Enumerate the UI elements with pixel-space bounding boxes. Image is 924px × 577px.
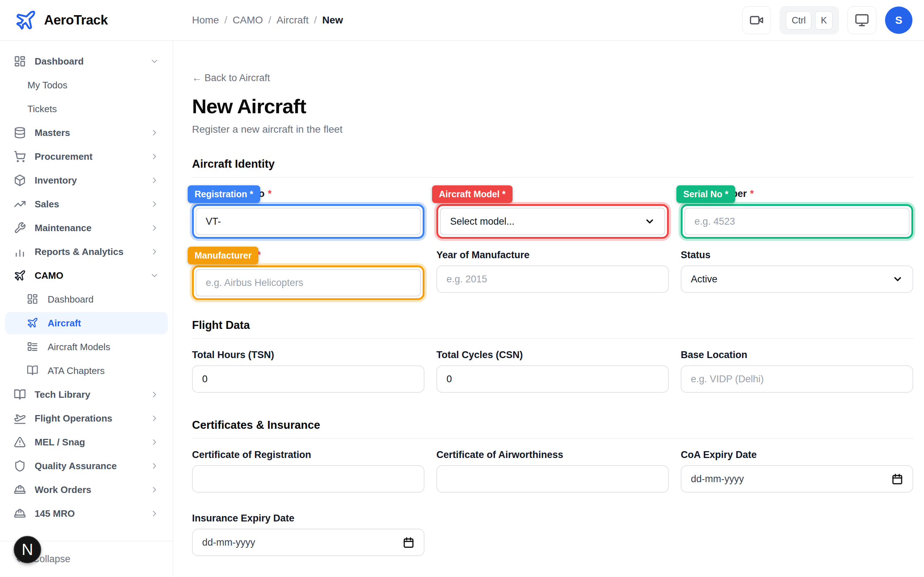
sidebar-item-camo-dashboard[interactable]: Dashboard	[5, 288, 168, 311]
plane-logo-icon	[15, 9, 37, 31]
chevron-right-icon	[150, 152, 159, 161]
wrench-icon	[14, 222, 26, 234]
calendar-icon[interactable]	[403, 537, 414, 548]
sidebar-item-camo[interactable]: CAMO	[5, 264, 168, 287]
status-select[interactable]: Active	[681, 266, 913, 293]
sidebar-item-procurement[interactable]: Procurement	[5, 145, 168, 168]
sidebar-item-my-todos[interactable]: My Todos	[5, 74, 168, 96]
certificate-of-registration-input[interactable]	[192, 465, 425, 493]
sidebar-item-masters[interactable]: Masters	[5, 121, 168, 144]
chevron-right-icon	[150, 485, 159, 495]
breadcrumb-home[interactable]: Home	[192, 15, 219, 26]
chevron-right-icon	[150, 414, 159, 423]
chevron-down-icon	[150, 56, 159, 66]
status-label: Status	[681, 250, 913, 261]
chevron-right-icon	[150, 176, 159, 185]
insurance-expiry-date-input[interactable]: dd-mm-yyyy	[192, 529, 425, 556]
hard-hat-icon	[14, 508, 26, 520]
sidebar-item-maintenance[interactable]: Maintenance	[5, 217, 168, 239]
annotation-ring-manufacturer	[192, 266, 425, 300]
plane-takeoff-icon	[14, 412, 26, 424]
sidebar-item-camo-aircraft-models[interactable]: Aircraft Models	[5, 336, 168, 358]
chevron-right-icon	[150, 461, 159, 471]
section-heading-certificates-insurance: Certificates & Insurance	[192, 419, 913, 432]
total-hours-tsn-input[interactable]	[192, 365, 425, 393]
sidebar-item-tech-library[interactable]: Tech Library	[5, 384, 168, 406]
user-avatar[interactable]: S	[885, 6, 913, 34]
alert-triangle-icon	[14, 436, 26, 448]
breadcrumb-camo[interactable]: CAMO	[233, 15, 263, 26]
chevron-right-icon	[150, 247, 159, 256]
certificate-of-airworthiness-input[interactable]	[436, 465, 669, 493]
bar-chart-icon	[14, 246, 26, 258]
brand[interactable]: AeroTrack	[0, 9, 173, 31]
sidebar-item-quality-assurance[interactable]: Quality Assurance	[5, 455, 168, 477]
certificate-of-airworthiness-label: Certificate of Airworthiness	[436, 449, 669, 461]
sidebar-item-dashboard[interactable]: Dashboard	[5, 50, 168, 73]
manufacturer-input[interactable]	[195, 269, 421, 297]
annotation-badge-aircraft-model: Aircraft Model *	[432, 185, 512, 203]
book-open-icon	[14, 388, 26, 401]
calendar-icon[interactable]	[892, 473, 903, 485]
section-divider	[192, 338, 913, 338]
sidebar-item-145-mro[interactable]: 145 MRO	[5, 502, 168, 525]
year-of-manufacture-input[interactable]	[436, 266, 669, 293]
book-open-icon	[27, 364, 39, 377]
database-icon	[14, 127, 26, 139]
total-cycles-csn-input[interactable]	[436, 365, 669, 393]
certificate-of-registration-label: Certificate of Registration	[192, 449, 425, 461]
hard-hat-icon	[14, 484, 26, 496]
page-title: New Aircraft	[192, 95, 913, 118]
coa-expiry-date-input[interactable]: dd-mm-yyyy	[681, 465, 913, 493]
annotation-badge-serial-no: Serial No *	[677, 185, 735, 203]
sidebar-item-tickets[interactable]: Tickets	[5, 98, 168, 120]
coa-expiry-date-label: CoA Expiry Date	[681, 449, 913, 461]
shield-icon	[14, 460, 26, 472]
video-camera-icon	[749, 13, 764, 27]
video-call-button[interactable]	[742, 6, 771, 34]
layout-dashboard-icon	[27, 293, 39, 305]
chevron-right-icon	[150, 223, 159, 233]
nextjs-dev-badge[interactable]: N	[14, 536, 41, 563]
chevron-right-icon	[150, 509, 159, 518]
chevron-right-icon	[150, 390, 159, 399]
sidebar-item-inventory[interactable]: Inventory	[5, 169, 168, 192]
command-palette-shortcut[interactable]: Ctrl K	[780, 6, 839, 34]
serial-number-input[interactable]	[684, 208, 909, 235]
layout-dashboard-icon	[14, 55, 26, 68]
monitor-icon	[855, 13, 869, 27]
trending-up-icon	[14, 198, 26, 210]
plane-icon	[14, 269, 26, 282]
chevron-right-icon	[150, 437, 159, 447]
sidebar-item-work-orders[interactable]: Work Orders	[5, 479, 168, 501]
sidebar-item-reports-analytics[interactable]: Reports & Analytics	[5, 240, 168, 263]
section-heading-aircraft-identity: Aircraft Identity	[192, 158, 913, 171]
year-of-manufacture-label: Year of Manufacture	[436, 250, 669, 261]
display-button[interactable]	[848, 6, 876, 34]
annotation-ring-aircraft-model: Select model...	[436, 204, 669, 239]
sidebar-item-flight-operations[interactable]: Flight Operations	[5, 407, 168, 429]
base-location-input[interactable]	[681, 365, 913, 393]
sidebar-item-camo-ata-chapters[interactable]: ATA Chapters	[5, 359, 168, 382]
chevron-down-icon	[892, 274, 903, 285]
section-divider	[192, 177, 913, 177]
shopping-cart-icon	[14, 150, 26, 163]
total-hours-tsn-label: Total Hours (TSN)	[192, 350, 425, 361]
annotation-badge-registration: Registration *	[188, 185, 260, 203]
app-name: AeroTrack	[44, 13, 108, 28]
annotation-ring-serial-no	[681, 204, 913, 239]
aircraft-model-select[interactable]: Select model...	[440, 208, 665, 235]
sidebar-item-sales[interactable]: Sales	[5, 193, 168, 215]
breadcrumb-aircraft[interactable]: Aircraft	[276, 15, 309, 26]
breadcrumb: Home / CAMO / Aircraft / New	[173, 15, 742, 26]
chevron-down-icon	[644, 216, 655, 227]
back-to-aircraft-link[interactable]: ← Back to Aircraft	[192, 73, 270, 84]
sidebar-item-camo-aircraft[interactable]: Aircraft	[5, 312, 168, 334]
sidebar: Dashboard My Todos Tickets Masters Procu…	[0, 41, 173, 577]
sidebar-item-mel-snag[interactable]: MEL / Snag	[5, 431, 168, 453]
insurance-expiry-date-label: Insurance Expiry Date	[192, 513, 425, 524]
page-subtitle: Register a new aircraft in the fleet	[192, 124, 913, 135]
total-cycles-csn-label: Total Cycles (CSN)	[436, 350, 669, 361]
section-divider	[192, 438, 913, 438]
registration-input[interactable]	[195, 208, 421, 235]
